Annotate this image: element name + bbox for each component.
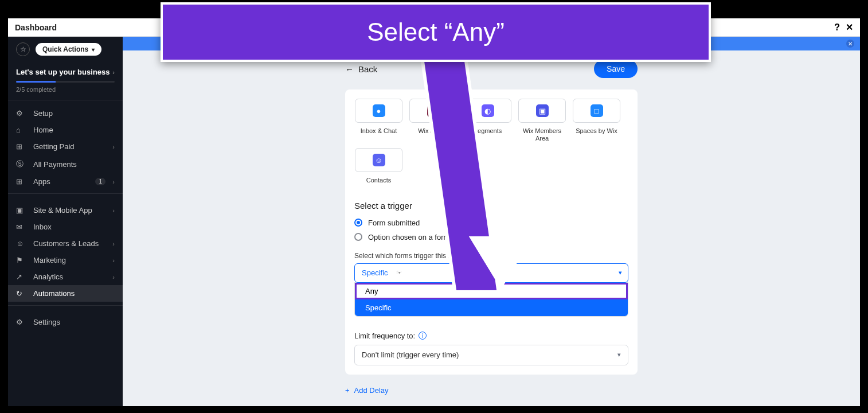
- instruction-callout: Select “Any”: [161, 2, 711, 62]
- dropdown-option-specific[interactable]: Specific: [355, 299, 628, 316]
- sidebar: ◂ ☆ Quick Actions ▾ Let's set up your bu…: [8, 37, 123, 406]
- sidebar-item-apps[interactable]: ⊞Apps1›: [8, 173, 123, 190]
- sidebar-item-customers-leads[interactable]: ☺Customers & Leads›: [8, 235, 123, 252]
- sidebar-item-label: Home: [33, 126, 53, 134]
- sidebar-item-getting-paid[interactable]: ⊞Getting Paid›: [8, 138, 123, 155]
- option-label: Any: [365, 287, 378, 295]
- app-tile-box: ☺: [355, 148, 402, 172]
- sidebar-item-setup[interactable]: ⚙Setup: [8, 105, 123, 122]
- close-icon[interactable]: ✕: [846, 22, 853, 33]
- setup-progress-block[interactable]: Let's set up your business › 2/5 complet…: [8, 62, 123, 100]
- divider: [8, 193, 123, 194]
- quick-actions-button[interactable]: Quick Actions ▾: [36, 43, 101, 56]
- nav-icon: ↻: [16, 289, 28, 298]
- sidebar-item-label: Customers & Leads: [33, 239, 99, 248]
- sidebar-item-automations[interactable]: ↻Automations: [8, 285, 123, 302]
- sidebar-item-settings[interactable]: ⚙Settings: [8, 314, 123, 330]
- app-tile-box: □: [573, 99, 620, 123]
- progress-bar: [16, 81, 115, 83]
- app-tile-label: Inbox & Chat: [361, 127, 397, 135]
- app-tile-spaces-by-wix[interactable]: □Spaces by Wix: [572, 99, 621, 142]
- app-tile-box: ●: [355, 99, 402, 123]
- divider: [8, 305, 123, 306]
- nav-icon: ⚑: [16, 256, 28, 264]
- app-icon: ▣: [536, 104, 549, 117]
- nav-icon: ⊞: [16, 142, 28, 151]
- sidebar-item-label: Site & Mobile App: [33, 206, 92, 215]
- sidebar-item-label: Setup: [33, 109, 53, 118]
- sidebar-item-label: Automations: [33, 289, 75, 298]
- sidebar-item-home[interactable]: ⌂Home: [8, 122, 123, 138]
- radio-icon-checked: [354, 219, 362, 227]
- nav-icon: ⚙: [16, 109, 28, 118]
- sidebar-item-marketing[interactable]: ⚑Marketing›: [8, 252, 123, 268]
- chevron-right-icon: ›: [112, 69, 115, 76]
- back-label: Back: [358, 64, 377, 74]
- add-delay-label: Add Delay: [354, 386, 389, 395]
- sidebar-item-all-payments[interactable]: ⓈAll Payments: [8, 155, 123, 173]
- chevron-down-icon: ▾: [617, 351, 621, 359]
- app-icon: ◐: [482, 104, 494, 117]
- chevron-down-icon: ▾: [619, 269, 622, 276]
- sidebar-item-label: Analytics: [33, 272, 63, 281]
- frequency-label: Limit frequency to:: [354, 332, 415, 340]
- nav-icon: ⌂: [16, 126, 28, 134]
- save-button[interactable]: Save: [594, 60, 638, 78]
- trigger-card: ●Inbox & Chat☰Wix Forms◐Segments▣Wix Mem…: [345, 89, 638, 375]
- chevron-right-icon: ›: [112, 257, 115, 264]
- app-icon: ●: [373, 104, 385, 117]
- arrow-left-icon: ←: [345, 64, 354, 74]
- plus-icon: +: [345, 386, 350, 395]
- sidebar-item-inbox[interactable]: ✉Inbox: [8, 219, 123, 235]
- nav-icon: ⊞: [16, 177, 28, 186]
- radio-icon-unchecked: [354, 233, 362, 241]
- chevron-right-icon: ›: [112, 178, 115, 185]
- badge: 1: [95, 178, 105, 185]
- setup-heading-label: Let's set up your business: [16, 68, 110, 76]
- chevron-right-icon: ›: [112, 240, 115, 247]
- nav-icon: Ⓢ: [16, 159, 28, 169]
- callout-text: Select “Any”: [367, 18, 505, 46]
- frequency-value: Don't limit (trigger every time): [362, 350, 459, 359]
- sidebar-item-label: Inbox: [33, 223, 52, 231]
- app-tile-label: Contacts: [366, 177, 391, 184]
- app-tile-inbox-chat[interactable]: ●Inbox & Chat: [354, 99, 403, 142]
- app-tile-label: Spaces by Wix: [576, 127, 617, 135]
- sidebar-item-label: Settings: [33, 318, 60, 326]
- app-tile-label: Wix Members Area: [518, 127, 566, 142]
- app-tile-wix-members-area[interactable]: ▣Wix Members Area: [518, 99, 566, 142]
- nav-icon: ✉: [16, 223, 28, 231]
- app-tile-label: Segments: [474, 127, 502, 135]
- sidebar-item-site-mobile-app[interactable]: ▣Site & Mobile App›: [8, 202, 123, 219]
- help-icon[interactable]: ?: [834, 22, 840, 33]
- radio-label: Option chosen on a form: [368, 233, 449, 241]
- app-tile-contacts[interactable]: ☺Contacts: [354, 148, 403, 184]
- quick-actions-label: Quick Actions: [42, 45, 88, 53]
- cursor-icon: ☞: [396, 269, 402, 276]
- sidebar-item-analytics[interactable]: ↗Analytics›: [8, 268, 123, 285]
- frequency-select[interactable]: Don't limit (trigger every time) ▾: [354, 345, 628, 365]
- window-title: Dashboard: [15, 23, 57, 32]
- close-banner-button[interactable]: ✕: [846, 40, 854, 48]
- sidebar-item-label: All Payments: [33, 160, 77, 169]
- favorite-icon[interactable]: ☆: [16, 42, 30, 56]
- chevron-right-icon: ›: [112, 207, 115, 214]
- app-icon: □: [591, 104, 603, 117]
- app-icon: ☺: [373, 154, 385, 166]
- sidebar-item-label: Marketing: [33, 256, 66, 264]
- sidebar-item-label: Getting Paid: [33, 142, 75, 151]
- nav-icon: ⚙: [16, 318, 28, 326]
- nav-icon: ☺: [16, 239, 28, 248]
- nav-icon: ▣: [16, 206, 28, 215]
- back-button[interactable]: ← Back: [345, 64, 377, 74]
- sidebar-item-label: Apps: [33, 177, 50, 186]
- chevron-down-icon: ▾: [92, 46, 95, 53]
- info-icon[interactable]: i: [419, 332, 427, 340]
- forms-select-value: Specific: [362, 268, 388, 277]
- add-delay-button[interactable]: + Add Delay: [345, 386, 638, 395]
- progress-text: 2/5 completed: [16, 86, 115, 93]
- callout-arrow-head: [474, 241, 529, 287]
- radio-form-submitted[interactable]: Form submitted: [354, 219, 628, 227]
- chevron-right-icon: ›: [112, 143, 115, 150]
- nav-icon: ↗: [16, 272, 28, 281]
